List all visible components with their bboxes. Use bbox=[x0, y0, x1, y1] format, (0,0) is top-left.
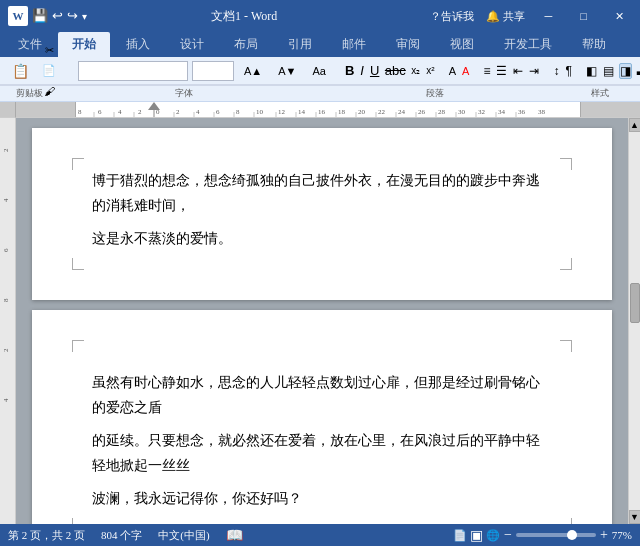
svg-text:26: 26 bbox=[418, 108, 426, 116]
align-justify-btn[interactable]: ▬ bbox=[636, 63, 640, 79]
cut-btn[interactable]: ✂ bbox=[36, 41, 62, 61]
increase-indent-btn[interactable]: ⇥ bbox=[528, 63, 540, 79]
svg-text:6: 6 bbox=[216, 108, 220, 116]
tab-design[interactable]: 设计 bbox=[166, 32, 218, 57]
strikethrough-btn[interactable]: abc bbox=[384, 60, 406, 82]
numbered-list-btn[interactable]: ☰ bbox=[495, 63, 508, 79]
ruler-svg: 8 6 4 2 0 2 4 6 8 10 12 bbox=[76, 102, 580, 118]
view-web-btn[interactable]: 🌐 bbox=[486, 529, 500, 542]
font-size-increase-btn[interactable]: A▲ bbox=[238, 61, 268, 81]
ruler-container: 8 6 4 2 0 2 4 6 8 10 12 bbox=[0, 102, 640, 118]
svg-text:2: 2 bbox=[176, 108, 180, 116]
align-right-btn[interactable]: ◨ bbox=[619, 63, 632, 79]
svg-text:4: 4 bbox=[196, 108, 200, 116]
tab-review[interactable]: 审阅 bbox=[382, 32, 434, 57]
view-read-btn[interactable]: 📄 bbox=[453, 529, 467, 542]
word-count: 804 个字 bbox=[101, 528, 142, 543]
svg-text:16: 16 bbox=[318, 108, 326, 116]
font-size-input[interactable]: 五号 bbox=[192, 61, 234, 81]
vertical-scrollbar[interactable]: ▲ ▼ bbox=[628, 118, 640, 524]
quick-undo[interactable]: ↩ bbox=[52, 8, 63, 24]
quick-redo[interactable]: ↪ bbox=[67, 8, 78, 24]
corner-br-p1 bbox=[560, 258, 572, 270]
status-bar: 第 2 页，共 2 页 804 个字 中文(中国) 📖 📄 ▣ 🌐 − + 77… bbox=[0, 524, 640, 546]
underline-btn[interactable]: U bbox=[369, 60, 380, 82]
close-btn[interactable]: ✕ bbox=[607, 8, 632, 25]
tab-view[interactable]: 视图 bbox=[436, 32, 488, 57]
tab-home[interactable]: 开始 bbox=[58, 32, 110, 57]
svg-text:2: 2 bbox=[2, 148, 10, 152]
svg-text:28: 28 bbox=[438, 108, 446, 116]
group-label-clipboard: 剪贴板 bbox=[0, 87, 58, 100]
page2-line1: 虽然有时心静如水，思念的人儿轻轻点数划过心扉，但那是经过刷骨铭心的爱恋之盾 bbox=[92, 370, 552, 420]
svg-text:2: 2 bbox=[138, 108, 142, 116]
font-color-btn[interactable]: A bbox=[461, 63, 470, 79]
document-title: 文档1 - Word bbox=[211, 8, 277, 25]
svg-text:4: 4 bbox=[2, 198, 10, 202]
corner-tl-p2 bbox=[72, 340, 84, 352]
ribbon: 📋 ✂ 📄 🖌 宋体 五号 A▲ A▼ Aa B I U abc x₂ x² A… bbox=[0, 57, 640, 102]
quick-dropdown[interactable]: ▾ bbox=[82, 11, 87, 22]
quick-save[interactable]: 💾 bbox=[32, 8, 48, 24]
font-name-input[interactable]: 宋体 bbox=[78, 61, 188, 81]
page1-content: 博于猎烈的想念，想念绮孤独的自己披件外衣，在漫无目的的踱步中奔逃的消耗难时间， … bbox=[92, 168, 552, 252]
tab-bar: 文件 开始 插入 设计 布局 引用 邮件 审阅 视图 开发工具 帮助 bbox=[0, 32, 640, 57]
tab-developer[interactable]: 开发工具 bbox=[490, 32, 566, 57]
title-bar-right: ？告诉我 🔔 共享 ─ □ ✕ bbox=[430, 8, 632, 25]
view-print-btn[interactable]: ▣ bbox=[470, 527, 483, 544]
group-label-font: 字体 bbox=[58, 87, 309, 100]
tab-references[interactable]: 引用 bbox=[274, 32, 326, 57]
bullet-list-btn[interactable]: ≡ bbox=[482, 63, 491, 79]
tab-layout[interactable]: 布局 bbox=[220, 32, 272, 57]
font-size-decrease-btn[interactable]: A▼ bbox=[272, 61, 302, 81]
align-center-btn[interactable]: ▤ bbox=[602, 63, 615, 79]
paste-btn[interactable]: 📋 bbox=[6, 59, 34, 83]
svg-text:2: 2 bbox=[2, 348, 10, 352]
share-btn[interactable]: 🔔 共享 bbox=[486, 9, 525, 24]
search-help-btn[interactable]: ？告诉我 bbox=[430, 9, 474, 24]
copy-btn[interactable]: 📄 bbox=[36, 61, 62, 81]
corner-br-p2 bbox=[560, 518, 572, 525]
svg-text:22: 22 bbox=[378, 108, 386, 116]
tab-mail[interactable]: 邮件 bbox=[328, 32, 380, 57]
restore-btn[interactable]: □ bbox=[572, 8, 595, 24]
bold-btn[interactable]: B bbox=[344, 60, 355, 82]
show-marks-btn[interactable]: ¶ bbox=[564, 63, 572, 79]
scroll-thumb[interactable] bbox=[630, 283, 640, 323]
page-1: 博于猎烈的想念，想念绮孤独的自己披件外衣，在漫无目的的踱步中奔逃的消耗难时间， … bbox=[32, 128, 612, 300]
tab-insert[interactable]: 插入 bbox=[112, 32, 164, 57]
page2-line2: 的延续。只要想念，就必然还在爱着，放在心里，在风浪过后的平静中轻轻地掀起一丝丝 bbox=[92, 428, 552, 478]
page2-content: 虽然有时心静如水，思念的人儿轻轻点数划过心扉，但那是经过刷骨铭心的爱恋之盾 的延… bbox=[92, 350, 552, 512]
vertical-ruler: 2 4 6 8 2 4 bbox=[0, 118, 16, 524]
decrease-indent-btn[interactable]: ⇤ bbox=[512, 63, 524, 79]
zoom-slider[interactable] bbox=[516, 533, 596, 537]
scroll-up-btn[interactable]: ▲ bbox=[629, 118, 641, 132]
svg-text:14: 14 bbox=[298, 108, 306, 116]
ruler-corner bbox=[0, 102, 16, 118]
zoom-minus-btn[interactable]: − bbox=[504, 528, 512, 542]
sort-btn[interactable]: ↕ bbox=[552, 63, 560, 79]
svg-text:10: 10 bbox=[256, 108, 264, 116]
superscript-btn[interactable]: x² bbox=[425, 60, 435, 82]
svg-text:34: 34 bbox=[498, 108, 506, 116]
zoom-plus-btn[interactable]: + bbox=[600, 528, 608, 542]
tab-help[interactable]: 帮助 bbox=[568, 32, 620, 57]
clear-format-btn[interactable]: Aa bbox=[306, 61, 331, 81]
corner-tr-p1 bbox=[560, 158, 572, 170]
min-btn[interactable]: ─ bbox=[537, 8, 561, 24]
doc-wrapper: 2 4 6 8 2 4 博于猎烈的想念，想念绮孤独的自己披件外衣，在漫无目的的踱… bbox=[0, 118, 640, 524]
svg-text:6: 6 bbox=[2, 248, 10, 252]
align-left-btn[interactable]: ◧ bbox=[585, 63, 598, 79]
zoom-level[interactable]: 77% bbox=[612, 529, 632, 541]
page-2: 虽然有时心静如水，思念的人儿轻轻点数划过心扉，但那是经过刷骨铭心的爱恋之盾 的延… bbox=[32, 310, 612, 524]
subscript-btn[interactable]: x₂ bbox=[410, 60, 421, 82]
svg-text:12: 12 bbox=[278, 108, 286, 116]
text-highlight-btn[interactable]: A bbox=[448, 63, 457, 79]
group-label-paragraph: 段落 bbox=[309, 87, 560, 100]
svg-text:24: 24 bbox=[398, 108, 406, 116]
svg-text:38: 38 bbox=[538, 108, 546, 116]
svg-text:8: 8 bbox=[236, 108, 240, 116]
scroll-down-btn[interactable]: ▼ bbox=[629, 510, 641, 524]
italic-btn[interactable]: I bbox=[359, 60, 365, 82]
document-area[interactable]: 博于猎烈的想念，想念绮孤独的自己披件外衣，在漫无目的的踱步中奔逃的消耗难时间， … bbox=[16, 118, 628, 524]
